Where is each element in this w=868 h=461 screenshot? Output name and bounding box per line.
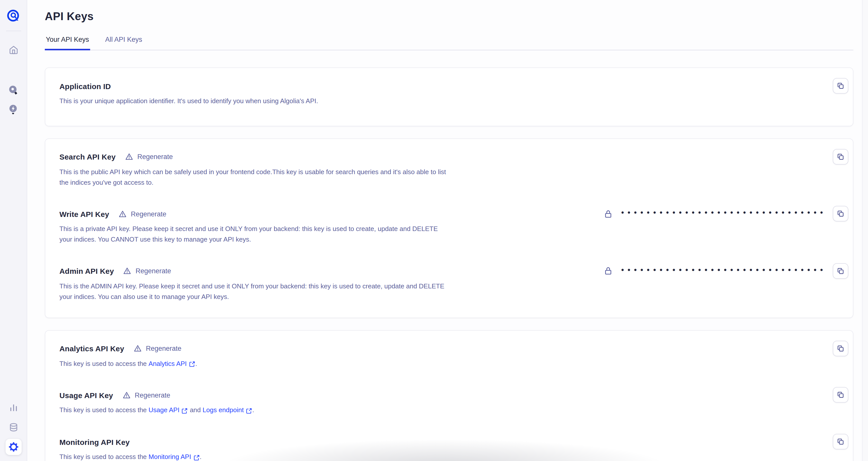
sidebar-middle-group: [5, 82, 22, 117]
link-label: Monitoring API: [149, 452, 191, 461]
masked-api-key-value: ••••••••••••••••••••••••••••••••: [620, 209, 826, 217]
external-link-icon: [189, 361, 195, 367]
copy-button[interactable]: [833, 78, 848, 94]
usage-api-key-description: This key is used to access the Usage API…: [59, 405, 254, 416]
algolia-logo[interactable]: [6, 8, 21, 23]
description-text: .: [199, 453, 202, 461]
regenerate-label: Regenerate: [135, 392, 170, 399]
sidebar: [0, 0, 27, 461]
write-api-key-section: Write API Key Regenerate This is a priva…: [59, 209, 848, 245]
regenerate-search-key-button[interactable]: Regenerate: [125, 153, 173, 161]
masked-api-key-value: ••••••••••••••••••••••••••••••••: [620, 267, 826, 274]
warning-icon: [133, 344, 142, 353]
regenerate-admin-key-button[interactable]: Regenerate: [123, 267, 171, 275]
search-api-key-description: This is the public API key which can be …: [59, 167, 452, 188]
description-text: This key is used to access the: [59, 453, 149, 461]
external-link-icon: [193, 454, 199, 461]
usage-api-key-section: Usage API Key Regenerate This key is use…: [59, 390, 848, 416]
section-title-usage-api-key: Usage API Key: [59, 391, 113, 400]
copy-icon: [836, 391, 845, 399]
sidebar-item-settings[interactable]: [5, 439, 22, 455]
external-link-icon: [182, 408, 188, 414]
search-api-key-section: Search API Key Regenerate This is the pu…: [59, 152, 848, 188]
gear-icon: [8, 441, 19, 453]
section-title-search-api-key: Search API Key: [59, 153, 116, 161]
algolia-logo-icon: [6, 9, 20, 23]
warning-icon: [125, 153, 133, 161]
sidebar-item-recommend[interactable]: [5, 101, 22, 117]
sidebar-item-data[interactable]: [5, 419, 22, 435]
admin-api-key-section: Admin API Key Regenerate This is the ADM…: [59, 266, 848, 302]
sidebar-item-search[interactable]: [5, 82, 22, 98]
copy-button[interactable]: [833, 434, 848, 450]
scrollbar-gutter: [862, 0, 868, 461]
sidebar-item-analytics[interactable]: [5, 400, 22, 416]
regenerate-label: Regenerate: [137, 153, 173, 161]
database-icon: [8, 422, 19, 433]
copy-icon: [836, 209, 845, 218]
section-title-analytics-api-key: Analytics API Key: [59, 344, 124, 353]
lightbulb-bolt-icon: [7, 103, 19, 115]
analytics-api-key-section: Analytics API Key Regenerate This key is…: [59, 343, 848, 369]
sidebar-item-home[interactable]: [5, 42, 22, 58]
lock-icon: [603, 209, 613, 219]
link-label: Logs endpoint: [203, 405, 244, 416]
link-label: Usage API: [149, 405, 180, 416]
copy-button[interactable]: [833, 206, 848, 222]
description-text: This key is used to access the: [59, 360, 149, 367]
analytics-api-link[interactable]: Analytics API: [149, 359, 195, 369]
regenerate-label: Regenerate: [146, 345, 181, 352]
application-id-card: Application ID This is your unique appli…: [45, 67, 854, 126]
copy-icon: [836, 437, 845, 446]
copy-icon: [836, 153, 845, 161]
lock-icon: [603, 266, 613, 276]
warning-icon: [123, 267, 132, 275]
bar-chart-icon: [8, 402, 19, 413]
sidebar-bottom-group: [5, 400, 22, 455]
regenerate-write-key-button[interactable]: Regenerate: [118, 210, 166, 219]
main-content: API Keys Your API Keys All API Keys Appl…: [27, 0, 868, 461]
regenerate-analytics-key-button[interactable]: Regenerate: [133, 344, 181, 353]
description-text: .: [195, 360, 197, 367]
logs-endpoint-link[interactable]: Logs endpoint: [203, 405, 252, 416]
secondary-api-keys-card: Analytics API Key Regenerate This key is…: [45, 330, 854, 461]
tab-your-api-keys[interactable]: Your API Keys: [45, 36, 90, 50]
section-title-admin-api-key: Admin API Key: [59, 267, 114, 275]
copy-icon: [836, 81, 845, 90]
copy-button[interactable]: [833, 263, 848, 279]
home-icon: [8, 44, 19, 55]
api-keys-screen: API Keys Your API Keys All API Keys Appl…: [0, 0, 868, 461]
section-title-write-api-key: Write API Key: [59, 210, 109, 219]
section-title-application-id: Application ID: [59, 82, 111, 90]
monitoring-api-link[interactable]: Monitoring API: [149, 452, 199, 461]
search-magnifier-icon: [7, 84, 19, 96]
link-label: Analytics API: [149, 359, 187, 369]
external-link-icon: [246, 408, 252, 414]
warning-icon: [122, 391, 131, 400]
monitoring-api-key-description: This key is used to access the Monitorin…: [59, 452, 202, 461]
page-title: API Keys: [45, 10, 854, 23]
usage-api-link[interactable]: Usage API: [149, 405, 188, 416]
application-id-section: Application ID This is your unique appli…: [59, 81, 848, 107]
main-api-keys-card: Search API Key Regenerate This is the pu…: [45, 138, 854, 318]
tab-all-api-keys[interactable]: All API Keys: [104, 36, 143, 50]
description-text: and: [188, 406, 203, 414]
copy-icon: [836, 267, 845, 275]
warning-icon: [118, 210, 127, 219]
copy-icon: [836, 344, 845, 353]
section-title-monitoring-api-key: Monitoring API Key: [59, 438, 130, 446]
analytics-api-key-description: This key is used to access the Analytics…: [59, 359, 197, 369]
admin-api-key-description: This is the ADMIN API key. Please keep i…: [59, 281, 452, 302]
copy-button[interactable]: [833, 340, 848, 356]
copy-button[interactable]: [833, 387, 848, 403]
regenerate-usage-key-button[interactable]: Regenerate: [122, 391, 170, 400]
monitoring-api-key-section: Monitoring API Key This key is used to a…: [59, 437, 848, 461]
regenerate-label: Regenerate: [136, 267, 171, 275]
description-text: This key is used to access the: [59, 406, 149, 414]
copy-button[interactable]: [833, 149, 848, 165]
regenerate-label: Regenerate: [131, 210, 166, 218]
tab-bar: Your API Keys All API Keys: [45, 36, 854, 50]
description-text: .: [252, 406, 254, 414]
write-api-key-description: This is a private API key. Please keep i…: [59, 224, 452, 245]
sidebar-divider: [6, 31, 21, 31]
